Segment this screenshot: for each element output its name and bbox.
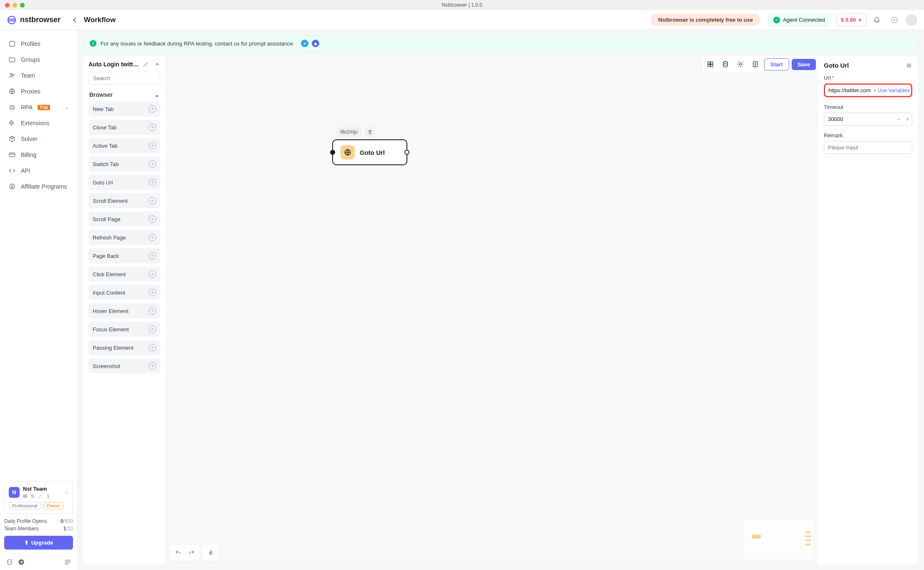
plus-icon: + bbox=[149, 105, 156, 113]
node-passing-element[interactable]: Passing Element+ bbox=[88, 340, 160, 355]
usage-daily-label: Daily Profile Opens bbox=[4, 518, 47, 524]
use-variables-button[interactable]: + Use Variables bbox=[873, 88, 910, 93]
window-maximize-button[interactable] bbox=[20, 3, 25, 8]
node-active-tab[interactable]: Active Tab+ bbox=[88, 138, 160, 153]
rpa-icon bbox=[8, 103, 16, 111]
node-focus-element[interactable]: Focus Element+ bbox=[88, 322, 160, 337]
delete-node-button[interactable] bbox=[365, 127, 375, 137]
start-button[interactable]: Start bbox=[764, 58, 789, 71]
sidebar-item-solver[interactable]: Solver bbox=[4, 131, 73, 147]
canvas-node-goto-url[interactable]: i8o2mju Goto Url bbox=[332, 127, 407, 165]
canvas[interactable]: Start Save i8o2mju Goto Url bbox=[165, 56, 818, 564]
upgrade-button[interactable]: ⬆ Upgrade bbox=[4, 536, 73, 550]
cube-icon bbox=[8, 135, 16, 143]
chevron-down-icon: ⌄ bbox=[65, 104, 69, 110]
svg-rect-15 bbox=[708, 62, 710, 64]
increment-button[interactable]: + bbox=[903, 116, 912, 123]
notes-button[interactable] bbox=[749, 58, 762, 71]
svg-point-4 bbox=[10, 73, 13, 76]
settings-button[interactable] bbox=[734, 58, 747, 71]
trial-badge: Trial bbox=[38, 105, 50, 110]
folder-icon bbox=[8, 56, 16, 63]
node-goto-url[interactable]: Goto Url+ bbox=[88, 175, 160, 190]
node-scroll-page[interactable]: Scroll Page+ bbox=[88, 212, 160, 227]
remark-label: Remark bbox=[824, 132, 843, 139]
sidebar-item-groups[interactable]: Groups bbox=[4, 52, 73, 68]
user-avatar[interactable] bbox=[906, 14, 917, 26]
plus-icon: + bbox=[149, 362, 156, 370]
help-button[interactable] bbox=[887, 13, 901, 27]
notice-text: For any issues or feedback during RPA te… bbox=[101, 40, 294, 47]
team-card[interactable]: N Nst Team ▤5 ⛬1 ⌄ Professional Owner bbox=[4, 481, 73, 514]
svg-point-12 bbox=[8, 562, 9, 562]
svg-point-5 bbox=[13, 74, 14, 76]
redo-button[interactable] bbox=[185, 547, 198, 559]
telegram-icon[interactable] bbox=[18, 558, 25, 566]
svg-rect-3 bbox=[10, 41, 15, 46]
window-close-button[interactable] bbox=[5, 3, 10, 8]
sidebar-item-proxies[interactable]: Proxies bbox=[4, 83, 73, 99]
balance-button[interactable]: $ 0.00 + bbox=[836, 14, 866, 26]
sidebar: Profiles Groups Team Proxies RPA T bbox=[0, 30, 78, 570]
edit-name-button[interactable] bbox=[143, 61, 149, 67]
sidebar-item-profiles[interactable]: Profiles bbox=[4, 36, 73, 52]
search-input[interactable] bbox=[88, 72, 160, 85]
category-browser[interactable]: Browser ⌄ bbox=[88, 90, 160, 101]
node-click-element[interactable]: Click Element+ bbox=[88, 267, 160, 282]
node-input-content[interactable]: Input Content+ bbox=[88, 285, 160, 300]
undo-button[interactable] bbox=[172, 547, 184, 559]
window-minimize-button[interactable] bbox=[13, 3, 17, 8]
team-name: Nst Team bbox=[23, 486, 49, 492]
minimap[interactable] bbox=[743, 518, 814, 560]
svg-point-19 bbox=[723, 61, 728, 63]
svg-point-2 bbox=[894, 19, 895, 20]
sidebar-item-rpa[interactable]: RPA Trial ⌄ bbox=[4, 99, 73, 115]
url-value: https://twitter.com bbox=[828, 87, 871, 93]
node-refresh-page[interactable]: Refresh Page+ bbox=[88, 230, 160, 245]
grid-view-button[interactable] bbox=[704, 58, 717, 71]
decrement-button[interactable]: − bbox=[894, 116, 903, 123]
save-button[interactable]: Save bbox=[792, 59, 816, 70]
node-screenshot[interactable]: Screenshot+ bbox=[88, 358, 160, 373]
check-icon: ✓ bbox=[773, 17, 780, 23]
discord-icon[interactable] bbox=[6, 558, 13, 566]
collapse-sidebar-icon[interactable] bbox=[64, 558, 71, 566]
nav-label: Profiles bbox=[21, 40, 40, 47]
nav-label: Billing bbox=[21, 151, 36, 158]
telegram-link-icon[interactable]: ✈ bbox=[301, 40, 308, 47]
sidebar-item-extensions[interactable]: Extensions bbox=[4, 115, 73, 131]
properties-title: Goto Url bbox=[824, 62, 849, 69]
database-button[interactable] bbox=[719, 58, 732, 71]
plus-icon: + bbox=[149, 344, 156, 351]
nav-label: Affiliate Programs bbox=[21, 183, 67, 190]
node-scroll-element[interactable]: Scroll Element+ bbox=[88, 193, 160, 208]
back-button[interactable] bbox=[71, 17, 78, 23]
node-palette: Auto Login twitt… Browser ⌄ New Tab+ Clo… bbox=[83, 56, 165, 564]
remark-input[interactable] bbox=[824, 141, 912, 154]
pin-button[interactable] bbox=[204, 547, 217, 559]
page-title: Workflow bbox=[84, 16, 116, 24]
svg-rect-18 bbox=[711, 65, 713, 67]
node-switch-tab[interactable]: Switch Tab+ bbox=[88, 156, 160, 172]
node-new-tab[interactable]: New Tab+ bbox=[88, 101, 160, 116]
plus-icon: + bbox=[149, 215, 156, 223]
node-page-back[interactable]: Page Back+ bbox=[88, 248, 160, 263]
notifications-button[interactable] bbox=[870, 13, 884, 27]
discord-link-icon[interactable]: ◆ bbox=[312, 40, 319, 47]
properties-menu-button[interactable] bbox=[906, 62, 912, 69]
globe-icon bbox=[8, 88, 16, 95]
node-input-handle[interactable] bbox=[330, 150, 335, 155]
sidebar-item-billing[interactable]: Billing bbox=[4, 147, 73, 163]
logo[interactable]: nstbrowser bbox=[7, 15, 61, 25]
url-input[interactable]: https://twitter.com + Use Variables bbox=[824, 83, 912, 97]
sidebar-item-team[interactable]: Team bbox=[4, 68, 73, 83]
node-hover-element[interactable]: Hover Element+ bbox=[88, 303, 160, 318]
sidebar-item-affiliate[interactable]: Affiliate Programs bbox=[4, 179, 73, 194]
sidebar-item-api[interactable]: API bbox=[4, 163, 73, 179]
svg-point-0 bbox=[8, 16, 15, 24]
collapse-panel-button[interactable] bbox=[154, 61, 160, 67]
node-close-tab[interactable]: Close Tab+ bbox=[88, 120, 160, 135]
node-output-handle[interactable] bbox=[404, 150, 409, 155]
team-icon bbox=[8, 72, 16, 79]
timeout-input[interactable]: 30000 − + bbox=[824, 113, 912, 126]
